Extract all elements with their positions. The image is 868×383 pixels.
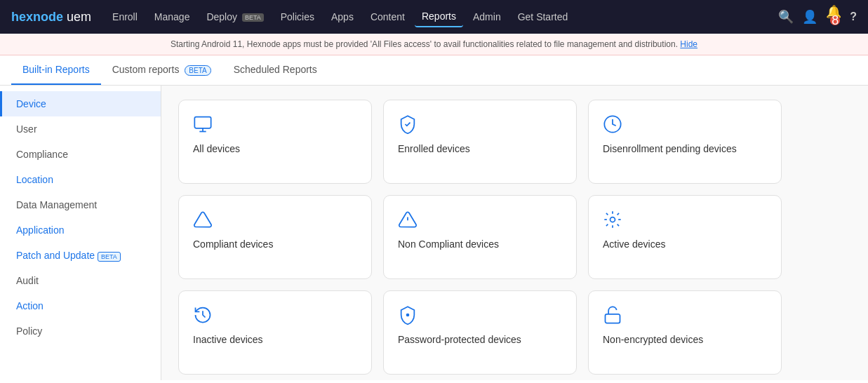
card-all-devices[interactable]: All devices [178,100,372,184]
card-password-protected[interactable]: Password-protected devices [383,290,577,375]
search-icon[interactable]: 🔍 [778,9,794,25]
card-label: Enrolled devices [398,142,562,156]
topnav-right: 🔍 👤 🔔 8 ? [778,4,857,29]
content-area: All devices Enrolled devices Disenrollme… [161,86,868,380]
notification-badge: 8 [830,15,840,25]
sidebar-item-user[interactable]: User [0,116,161,142]
notifications-icon[interactable]: 🔔 8 [826,4,841,29]
card-compliant-devices[interactable]: Compliant devices [178,195,372,279]
sidebar: Device User Compliance Location Data Man… [0,86,161,380]
svg-line-14 [617,213,619,215]
sun-gear-icon [603,210,622,229]
nav-apps[interactable]: Apps [324,7,361,27]
shield-star-icon [398,305,418,325]
nav-admin[interactable]: Admin [466,7,508,27]
lock-open-icon [603,305,622,325]
nav-reports[interactable]: Reports [415,6,463,27]
alert-message: Starting Android 11, Hexnode apps must b… [171,39,680,49]
tab-scheduled-reports[interactable]: Scheduled Reports [222,55,328,85]
brand-logo[interactable]: hexnode uem [11,10,91,25]
card-label: Non Compliant devices [398,238,562,252]
svg-point-15 [406,314,410,317]
card-label: Active devices [603,238,767,252]
hide-link[interactable]: Hide [680,39,697,49]
card-inactive-devices[interactable]: Inactive devices [178,290,372,375]
card-enrolled-devices[interactable]: Enrolled devices [383,100,577,184]
sidebar-item-patch-update[interactable]: Patch and Update BETA [0,243,161,268]
svg-line-10 [617,224,619,226]
nav-content[interactable]: Content [363,7,412,27]
card-label: Disenrollment pending devices [603,142,767,156]
sidebar-item-action[interactable]: Action [0,293,161,318]
svg-line-13 [606,224,608,226]
card-label: Compliant devices [193,238,357,252]
nav-get-started[interactable]: Get Started [511,7,575,27]
sidebar-item-application[interactable]: Application [0,217,161,243]
triangle-up-icon [193,210,213,229]
svg-line-9 [606,213,608,215]
beta-tag: BETA [98,252,121,262]
user-icon[interactable]: 👤 [802,9,817,25]
tab-builtin-reports[interactable]: Built-in Reports [11,55,101,85]
monitor-icon [193,114,213,134]
clock-refresh-icon [193,305,213,325]
nav-policies[interactable]: Policies [274,7,321,27]
card-disenrollment-pending[interactable]: Disenrollment pending devices [588,100,782,184]
sidebar-item-compliance[interactable]: Compliance [0,142,161,167]
sidebar-item-data-management[interactable]: Data Management [0,192,161,217]
svg-point-6 [610,217,615,222]
card-non-encrypted[interactable]: Non-encrypted devices [588,290,782,375]
nav-enroll[interactable]: Enroll [105,7,145,27]
svg-rect-0 [194,117,211,128]
cards-grid: All devices Enrolled devices Disenrollme… [178,100,782,375]
card-label: All devices [193,142,357,156]
sidebar-item-device[interactable]: Device [0,91,161,116]
top-navigation: hexnode uem Enroll Manage Deploy BETA Po… [0,0,868,34]
main-layout: Device User Compliance Location Data Man… [0,86,868,380]
tabs-row: Built-in Reports Custom reports BETA Sch… [0,55,868,86]
beta-badge: BETA [185,65,211,76]
logo-uem: uem [67,10,91,24]
shield-check-icon [398,114,418,134]
alert-banner: Starting Android 11, Hexnode apps must b… [0,34,868,55]
card-label: Inactive devices [193,333,357,347]
sidebar-item-location[interactable]: Location [0,167,161,192]
card-label: Non-encrypted devices [603,333,767,347]
card-label: Password-protected devices [398,333,562,347]
logo-hexnode: hexnode [11,10,63,24]
svg-rect-16 [606,314,620,323]
nav-deploy[interactable]: Deploy BETA [199,7,270,27]
tab-custom-reports[interactable]: Custom reports BETA [101,55,222,85]
help-icon[interactable]: ? [850,11,857,23]
sidebar-item-audit[interactable]: Audit [0,268,161,293]
sidebar-item-policy[interactable]: Policy [0,318,161,344]
nav-manage[interactable]: Manage [147,7,197,27]
triangle-warning-icon [398,210,418,229]
card-non-compliant-devices[interactable]: Non Compliant devices [383,195,577,279]
clock-icon [603,114,622,134]
card-active-devices[interactable]: Active devices [588,195,782,279]
